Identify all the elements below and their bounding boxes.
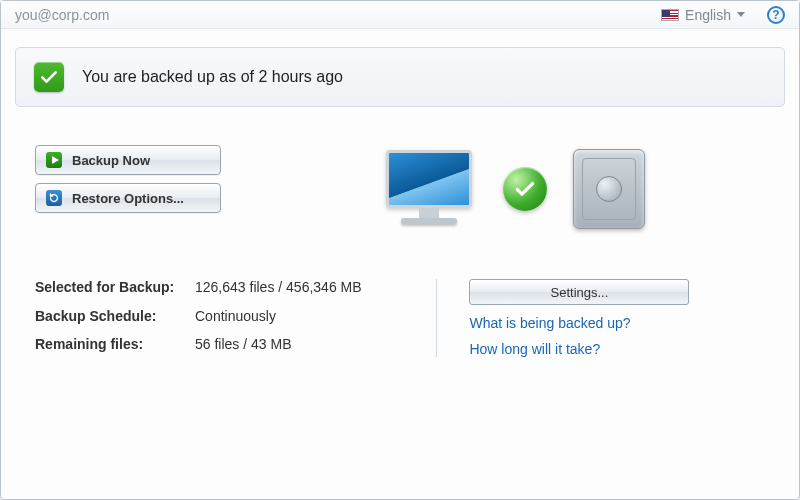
- selected-label: Selected for Backup:: [35, 279, 195, 300]
- selected-value: 126,643 files / 456,346 MB: [195, 279, 404, 300]
- safe-icon: [573, 149, 645, 229]
- success-check-icon: [34, 62, 64, 92]
- play-icon: [46, 152, 62, 168]
- info-section: Selected for Backup: 126,643 files / 456…: [1, 239, 799, 367]
- vertical-divider: [436, 279, 437, 357]
- schedule-label: Backup Schedule:: [35, 308, 195, 329]
- main-area: Backup Now Restore Options...: [1, 107, 799, 239]
- settings-button[interactable]: Settings...: [469, 279, 689, 305]
- schedule-value: Continuously: [195, 308, 404, 329]
- language-selector[interactable]: English: [655, 5, 751, 25]
- monitor-icon: [381, 150, 477, 228]
- language-label: English: [685, 7, 731, 23]
- restore-options-label: Restore Options...: [72, 191, 184, 206]
- link-what-backed-up[interactable]: What is being backed up?: [469, 315, 765, 331]
- restore-options-button[interactable]: Restore Options...: [35, 183, 221, 213]
- remaining-value: 56 files / 43 MB: [195, 336, 404, 357]
- help-icon[interactable]: ?: [767, 6, 785, 24]
- status-graphic: [261, 145, 765, 229]
- ok-check-icon: [503, 167, 547, 211]
- remaining-label: Remaining files:: [35, 336, 195, 357]
- chevron-down-icon: [737, 12, 745, 17]
- status-message: You are backed up as of 2 hours ago: [82, 68, 343, 86]
- top-bar: you@corp.com English ?: [1, 1, 799, 29]
- right-panel: Settings... What is being backed up? How…: [469, 279, 765, 357]
- backup-now-label: Backup Now: [72, 153, 150, 168]
- settings-label: Settings...: [551, 285, 609, 300]
- app-window: you@corp.com English ? You are backed up…: [0, 0, 800, 500]
- account-email: you@corp.com: [15, 7, 109, 23]
- action-buttons: Backup Now Restore Options...: [35, 145, 221, 213]
- us-flag-icon: [661, 9, 679, 21]
- link-how-long[interactable]: How long will it take?: [469, 341, 765, 357]
- restore-icon: [46, 190, 62, 206]
- backup-now-button[interactable]: Backup Now: [35, 145, 221, 175]
- backup-stats: Selected for Backup: 126,643 files / 456…: [35, 279, 404, 357]
- status-banner: You are backed up as of 2 hours ago: [15, 47, 785, 107]
